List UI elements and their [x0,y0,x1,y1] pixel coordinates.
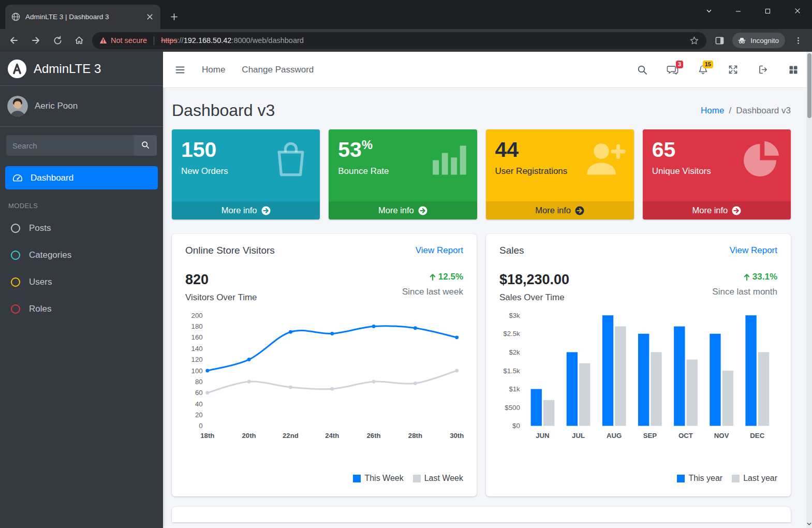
home-button[interactable] [70,32,88,49]
sidebar-toggle-button[interactable] [175,65,185,75]
sales-value-label: Sales Over Time [499,292,569,303]
more-info-label: More info [535,206,571,215]
visitors-chart-container: 02040608010012014016018020018th20th22nd2… [172,305,477,443]
nav-link-change-password[interactable]: Change Password [242,65,314,75]
circle-icon [11,304,20,314]
svg-text:JUN: JUN [536,432,549,439]
more-info-link[interactable]: More info [486,201,634,219]
url-host: 192.168.50.42 [184,36,232,45]
sidebar-search [0,127,163,163]
window-maximize-button[interactable] [753,0,783,22]
sign-out-icon [758,64,769,75]
browser-tab[interactable]: AdminLTE 3 | Dashboard 3 [5,5,160,29]
view-report-link[interactable]: View Report [730,245,777,256]
content-header: Dashboard v3 Home / Dashboard v3 [172,88,791,129]
more-info-link[interactable]: More info [329,201,477,219]
visitors-value: 820 [185,272,257,288]
main-area: Home Change Password 3 [163,52,812,528]
side-panel-button[interactable] [711,32,728,49]
side-panel-icon [715,36,725,46]
tab-title: AdminLTE 3 | Dashboard 3 [25,13,140,21]
svg-text:80: 80 [195,378,203,386]
search-submit-button[interactable] [134,135,157,156]
incognito-badge[interactable]: Incognito [732,33,785,48]
back-button[interactable] [5,32,23,49]
legend-label: Last Week [424,474,463,483]
next-card-top [172,507,791,522]
navbar-right: 3 15 [637,64,799,76]
svg-text:$500: $500 [505,404,520,412]
browser-menu-button[interactable] [789,32,807,49]
url-separator: :// [178,36,184,45]
card-metrics: $18,230.00 Sales Over Time 33.1% Since l… [486,259,791,305]
legend-swatch [677,475,685,482]
sidebar-item-categories[interactable]: Categories [0,242,163,269]
small-box-new-orders: 150 New Orders More info [172,129,320,219]
new-tab-button[interactable] [166,8,182,25]
arrow-circle-right-icon [261,206,271,215]
page-scrollbar[interactable] [806,52,812,528]
reload-button[interactable] [49,32,66,49]
visitors-delta: 12.5% [402,272,463,282]
more-info-link[interactable]: More info [643,201,791,219]
chevron-down-icon [705,7,713,14]
user-photo [7,96,28,116]
window-controls [694,0,812,22]
scrollbar-down-arrow[interactable] [806,521,812,527]
window-minimize-button[interactable] [724,0,753,22]
chart-cards-row: Online Store Visitors View Report 820 Vi… [172,234,791,496]
legend-label: This year [688,474,722,483]
tab-favicon-globe-icon [11,12,20,21]
arrow-circle-right-icon [732,206,741,215]
sidebar-item-roles[interactable]: Roles [0,296,163,322]
window-chevron-button[interactable] [694,0,724,22]
small-box-value: 53 [338,138,362,162]
svg-text:18th: 18th [200,432,214,439]
legend-label: This Week [364,474,403,483]
more-info-label: More info [222,206,257,215]
not-secure-label[interactable]: Not secure [111,36,147,45]
address-bar[interactable]: Not secure https://192.168.50.42:8000/we… [92,32,706,49]
sales-delta-value: 33.1% [752,272,777,282]
brand[interactable]: AdminLTE 3 [0,52,163,86]
sidebar-item-users[interactable]: Users [0,269,163,296]
breadcrumb-home-link[interactable]: Home [701,106,724,116]
sidebar-item-label: Categories [29,250,71,260]
small-box-label: New Orders [181,166,311,177]
bookmark-star-icon[interactable] [689,36,699,46]
small-box-label: Bounce Rate [338,166,467,177]
visitors-line-chart: 02040608010012014016018020018th20th22nd2… [183,310,465,443]
more-info-link[interactable]: More info [172,201,320,219]
notifications-button[interactable]: 15 [698,64,708,76]
svg-text:160: 160 [191,333,203,341]
avatar[interactable] [7,96,28,116]
sidebar-item-dashboard[interactable]: Dashboard [5,166,158,189]
view-report-link[interactable]: View Report [416,245,463,256]
search-input[interactable] [6,135,134,156]
navbar-search-button[interactable] [637,65,647,75]
small-box-inner: 44 User Registrations [486,129,634,185]
card-header: Sales View Report [486,234,791,259]
kebab-menu-icon [794,36,803,45]
search-icon [141,141,150,149]
window-close-button[interactable] [783,0,812,22]
content-area: Dashboard v3 Home / Dashboard v3 150 New… [163,88,812,528]
user-name[interactable]: Aeric Poon [35,101,78,111]
browser-toolbar: Not secure https://192.168.50.42:8000/we… [0,29,812,52]
fullscreen-button[interactable] [728,64,739,75]
messages-button[interactable]: 3 [667,64,678,76]
forward-button[interactable] [27,32,45,49]
tab-close-icon[interactable] [145,12,154,21]
legend-swatch [732,475,740,482]
sidebar-item-label: Users [29,277,52,287]
small-box-unique-visitors: 65 Unique Visitors More info [643,129,791,219]
search-icon [637,65,647,75]
url-text[interactable]: https://192.168.50.42:8000/web/dashboard [161,36,304,45]
grid-layout-button[interactable] [788,65,799,75]
nav-link-home[interactable]: Home [202,65,225,75]
brand-label: AdminLTE 3 [34,62,101,76]
sidebar-item-posts[interactable]: Posts [0,215,163,242]
logout-button[interactable] [758,64,769,75]
scrollbar-thumb[interactable] [807,53,811,118]
sales-delta-note: Since last month [712,287,777,297]
